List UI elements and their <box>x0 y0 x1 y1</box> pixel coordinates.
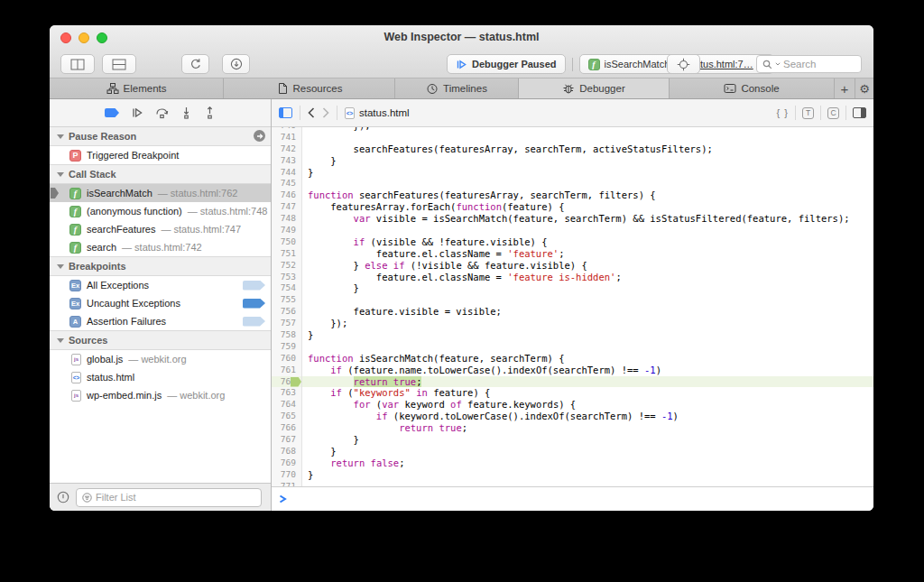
pause-reason-item[interactable]: P Triggered Breakpoint <box>50 146 271 164</box>
code-coverage-icon[interactable]: C <box>827 107 839 119</box>
code-text: if (keyword.toLowerCase().indexOf(search… <box>302 411 873 422</box>
line-number-gutter[interactable]: 765 <box>272 411 302 422</box>
element-picker-button[interactable] <box>667 54 700 74</box>
tab-console[interactable]: Console <box>670 79 835 98</box>
back-button[interactable] <box>308 107 315 118</box>
breakpoints-toggle-icon[interactable] <box>105 108 119 117</box>
source-item[interactable]: <>status.html <box>50 368 271 386</box>
search-scope-chevron-icon <box>775 62 781 66</box>
line-number-gutter[interactable]: 751 <box>272 248 302 260</box>
line-number-gutter[interactable]: 764 <box>272 399 302 411</box>
breakpoint-row[interactable]: AAssertion Failures <box>50 312 271 330</box>
debugger-sidebar: Pause Reason P Triggered Breakpoint Call… <box>50 99 272 511</box>
toggle-right-sidebar-icon[interactable] <box>853 107 866 118</box>
line-number-gutter[interactable]: 746 <box>272 189 302 201</box>
sources-header[interactable]: Sources <box>50 330 271 350</box>
call-stack-header[interactable]: Call Stack <box>50 164 271 184</box>
call-stack-frame[interactable]: fsearch — status.html:742 <box>50 238 271 256</box>
dock-side-button[interactable] <box>60 54 95 74</box>
breakpoint-toggle[interactable] <box>243 317 265 327</box>
breakpoint-row[interactable]: ExUncaught Exceptions <box>50 294 271 312</box>
source-code-editor[interactable]: 740 });741742 searchFeatures(featuresArr… <box>272 127 873 486</box>
new-tab-button[interactable]: + <box>835 79 855 98</box>
goto-breakpoint-icon[interactable] <box>254 130 265 142</box>
code-line: 757 }); <box>272 318 873 329</box>
search-input[interactable]: Search <box>756 55 862 73</box>
line-number-gutter[interactable]: 758 <box>272 329 302 341</box>
code-text: } <box>302 446 873 457</box>
code-line: 753 feature.el.className = 'feature is-h… <box>272 272 873 283</box>
line-number-gutter[interactable]: 761 <box>272 365 302 376</box>
code-line: 768 } <box>272 446 873 457</box>
line-number-gutter[interactable]: 763 <box>272 387 302 399</box>
line-number-gutter[interactable]: 768 <box>272 446 302 457</box>
call-stack-frame[interactable]: f(anonymous function) — status.html:748 <box>50 202 271 220</box>
tab-timelines[interactable]: Timelines <box>395 79 519 98</box>
debugger-paused-button[interactable]: Debugger Paused <box>447 54 566 74</box>
code-line: 756 feature.visible = visible; <box>272 306 873 318</box>
code-text: function searchFeatures(featuresArray, s… <box>302 189 873 201</box>
forward-button[interactable] <box>322 107 329 118</box>
line-number-gutter[interactable]: 762 <box>272 376 302 388</box>
code-line: 761 if (feature.name.toLowerCase().index… <box>272 365 873 376</box>
breadcrumb-file[interactable]: <> status.html <box>345 107 410 119</box>
step-over-icon[interactable] <box>155 106 169 119</box>
breakpoint-row[interactable]: ExAll Exceptions <box>50 276 271 294</box>
code-text: return true; <box>302 422 873 434</box>
line-number-gutter[interactable]: 750 <box>272 236 302 248</box>
code-text: feature.el.className = 'feature is-hidde… <box>302 272 873 283</box>
line-number-gutter[interactable]: 755 <box>272 294 302 306</box>
line-number-gutter[interactable]: 748 <box>272 213 302 225</box>
exceptions-info-icon[interactable] <box>57 491 69 503</box>
settings-button[interactable]: ⚙ <box>855 79 873 98</box>
breakpoint-toggle[interactable] <box>243 299 265 309</box>
line-number-gutter[interactable]: 767 <box>272 434 302 446</box>
source-item[interactable]: jsglobal.js — webkit.org <box>50 350 271 368</box>
code-line: 769 return false; <box>272 457 873 469</box>
code-line: 762 return true; <box>272 376 873 388</box>
line-number-gutter[interactable]: 749 <box>272 225 302 236</box>
line-number-gutter[interactable]: 757 <box>272 318 302 329</box>
line-number-gutter[interactable]: 741 <box>272 132 302 143</box>
function-icon: f <box>588 59 600 70</box>
toggle-left-sidebar-icon[interactable] <box>279 107 292 118</box>
debugger-icon <box>562 82 575 95</box>
line-number-gutter[interactable]: 744 <box>272 167 302 179</box>
reload-button[interactable] <box>181 54 209 74</box>
line-number-gutter[interactable]: 759 <box>272 341 302 353</box>
source-item[interactable]: jswp-embed.min.js — webkit.org <box>50 386 271 404</box>
filter-list-input[interactable]: Filter List <box>76 488 262 507</box>
line-number-gutter[interactable]: 756 <box>272 306 302 318</box>
line-number-gutter[interactable]: 771 <box>272 481 302 486</box>
dock-bottom-button[interactable] <box>102 54 136 74</box>
execution-pointer-icon <box>291 377 301 387</box>
line-number-gutter[interactable]: 743 <box>272 155 302 167</box>
line-number-gutter[interactable]: 769 <box>272 457 302 469</box>
line-number-gutter[interactable]: 747 <box>272 201 302 213</box>
quick-console[interactable] <box>272 486 873 511</box>
download-button[interactable] <box>222 54 250 74</box>
line-number-gutter[interactable]: 760 <box>272 353 302 365</box>
type-profiler-icon[interactable]: T <box>802 107 814 119</box>
pretty-print-icon[interactable]: { } <box>777 107 789 118</box>
line-number-gutter[interactable]: 754 <box>272 282 302 294</box>
line-number-gutter[interactable]: 770 <box>272 469 302 481</box>
line-number-gutter[interactable]: 745 <box>272 178 302 189</box>
tab-debugger[interactable]: Debugger <box>519 79 670 98</box>
pause-resume-icon[interactable] <box>131 106 143 119</box>
pause-reason-header[interactable]: Pause Reason <box>50 127 271 146</box>
code-line: 766 return true; <box>272 422 873 434</box>
call-stack-frame[interactable]: fsearchFeatures — status.html:747 <box>50 220 271 238</box>
breakpoints-header[interactable]: Breakpoints <box>50 256 271 276</box>
line-number-gutter[interactable]: 752 <box>272 260 302 272</box>
line-number-gutter[interactable]: 766 <box>272 422 302 434</box>
step-into-icon[interactable] <box>180 106 192 119</box>
breakpoint-toggle[interactable] <box>243 281 265 291</box>
step-out-icon[interactable] <box>204 106 216 119</box>
code-line: 750 if (visible && !feature.visible) { <box>272 236 873 248</box>
line-number-gutter[interactable]: 742 <box>272 143 302 155</box>
tab-elements[interactable]: Elements <box>50 79 224 98</box>
call-stack-frame[interactable]: fisSearchMatch — status.html:762 <box>50 184 271 202</box>
tab-resources[interactable]: Resources <box>224 79 395 98</box>
line-number-gutter[interactable]: 753 <box>272 272 302 283</box>
